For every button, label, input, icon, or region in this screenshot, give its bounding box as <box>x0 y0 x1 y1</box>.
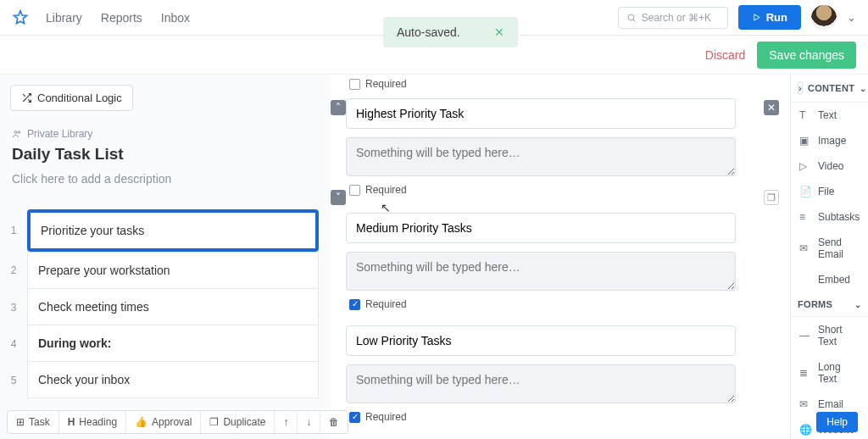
logo-icon <box>12 9 29 26</box>
shuffle-icon <box>21 92 32 103</box>
panel-item-long-text[interactable]: ≣Long Text <box>791 354 868 392</box>
discard-button[interactable]: Discard <box>705 48 745 62</box>
left-column: Conditional Logic Private Library Daily … <box>0 75 331 439</box>
field-textarea[interactable] <box>346 364 736 403</box>
field-title-input[interactable] <box>346 98 736 129</box>
collapse-icon[interactable]: › <box>798 81 803 95</box>
content-header-label: CONTENT <box>808 83 854 93</box>
item-icon: — <box>799 330 811 342</box>
thumbs-up-icon: 👍 <box>135 416 147 428</box>
delete-button[interactable]: 🗑 <box>320 411 348 433</box>
move-down-icon[interactable]: ˅ <box>331 190 346 205</box>
right-panel: › CONTENT ⌄ TText▣Image▷Video📄File≡Subta… <box>790 75 868 439</box>
panel-item-text[interactable]: TText <box>791 103 868 128</box>
move-up-button[interactable]: ↑ <box>275 411 298 433</box>
step-row[interactable]: 5Check your inbox <box>0 362 331 398</box>
required-checkbox[interactable] <box>349 185 360 196</box>
add-task-button[interactable]: ⊞Task <box>8 411 59 433</box>
move-down-button[interactable]: ↓ <box>298 411 320 433</box>
field-textarea[interactable] <box>346 137 736 176</box>
field-title-input[interactable] <box>346 325 736 356</box>
panel-item-file[interactable]: 📄File <box>791 179 868 204</box>
panel-item-send-email[interactable]: ✉Send Email <box>791 230 868 267</box>
item-icon: T <box>799 109 811 121</box>
toast-text: Auto-saved. <box>397 25 460 39</box>
item-label: Video <box>818 160 843 172</box>
avatar[interactable] <box>811 5 837 31</box>
item-label: Embed <box>818 274 850 286</box>
panel-item-short-text[interactable]: —Short Text <box>791 317 868 354</box>
add-heading-button[interactable]: HHeading <box>59 411 126 433</box>
close-icon[interactable]: ✕ <box>764 100 779 115</box>
step-row[interactable]: 4During work: <box>0 325 331 362</box>
chevron-down-icon: ⌄ <box>860 84 866 93</box>
search-placeholder: Search or ⌘+K <box>642 12 711 24</box>
step-number: 4 <box>0 325 27 362</box>
duplicate-icon[interactable]: ❐ <box>764 190 779 205</box>
required-checkbox[interactable] <box>349 79 360 90</box>
nav-reports[interactable]: Reports <box>101 11 142 25</box>
nav-library[interactable]: Library <box>46 11 82 25</box>
item-icon: ≡ <box>799 211 811 223</box>
step-label: Check meeting times <box>27 289 319 325</box>
nav-inbox[interactable]: Inbox <box>161 11 190 25</box>
search-input[interactable]: Search or ⌘+K <box>618 7 728 29</box>
item-icon: 📄 <box>799 186 811 197</box>
field-textarea[interactable] <box>346 252 736 291</box>
add-approval-button[interactable]: 👍Approval <box>126 411 201 433</box>
item-icon <box>799 274 811 286</box>
chevron-down-icon: ⌄ <box>854 300 861 309</box>
item-icon: ▷ <box>799 160 811 172</box>
chevron-down-icon[interactable]: ⌄ <box>847 11 856 24</box>
trash-icon: 🗑 <box>329 416 339 428</box>
item-label: File <box>818 186 834 197</box>
move-up-icon[interactable]: ˄ <box>331 100 346 115</box>
forms-header-label: FORMS <box>798 299 832 309</box>
content-header[interactable]: › CONTENT ⌄ <box>791 75 868 103</box>
svg-point-0 <box>628 14 634 20</box>
required-label: Required <box>365 411 407 423</box>
page-title[interactable]: Daily Task List <box>12 145 319 164</box>
main-nav: Library Reports Inbox <box>46 11 190 25</box>
step-row[interactable]: 1Prioritize your tasks <box>0 209 331 252</box>
required-label: Required <box>365 78 407 90</box>
step-row[interactable]: 3Check meeting times <box>0 289 331 325</box>
panel-item-image[interactable]: ▣Image <box>791 128 868 153</box>
play-icon <box>752 13 761 22</box>
step-label: Prepare your workstation <box>27 252 319 289</box>
step-row[interactable]: 2Prepare your workstation <box>0 252 331 289</box>
svg-point-1 <box>14 131 17 134</box>
panel-item-subtasks[interactable]: ≡Subtasks <box>791 204 868 230</box>
description-placeholder[interactable]: Click here to add a description <box>12 172 319 186</box>
required-label: Required <box>365 184 407 196</box>
field-low: Required <box>346 325 775 423</box>
editor: Required ˄ ✕ Required ˅ ❐ Required <box>331 75 790 439</box>
run-button[interactable]: Run <box>738 5 801 30</box>
field-highest: ˄ ✕ Required ˅ ❐ <box>346 98 775 196</box>
required-checkbox[interactable] <box>349 412 360 423</box>
field-title-input[interactable] <box>346 213 736 243</box>
run-label: Run <box>766 11 787 24</box>
step-number: 3 <box>0 289 27 325</box>
copy-icon: ❐ <box>209 416 219 428</box>
panel-item-embed[interactable]: Embed <box>791 267 868 292</box>
save-button[interactable]: Save changes <box>757 42 856 69</box>
field-medium: Required <box>346 213 775 310</box>
conditional-logic-button[interactable]: Conditional Logic <box>10 85 133 111</box>
step-label: Check your inbox <box>27 362 319 398</box>
required-label: Required <box>365 298 407 310</box>
help-button[interactable]: Help <box>816 412 858 432</box>
forms-header[interactable]: FORMS ⌄ <box>791 292 868 317</box>
item-label: Image <box>818 135 846 147</box>
users-icon <box>12 129 22 139</box>
toast-close-icon[interactable]: ✕ <box>494 25 504 39</box>
panel-item-video[interactable]: ▷Video <box>791 153 868 179</box>
item-icon: 🌐 <box>799 424 811 436</box>
private-label: Private Library <box>27 128 92 140</box>
step-label: Prioritize your tasks <box>27 209 319 252</box>
item-label: Send Email <box>818 236 860 260</box>
required-checkbox[interactable] <box>349 299 360 310</box>
item-label: Text <box>818 109 837 121</box>
private-library[interactable]: Private Library <box>12 128 319 140</box>
duplicate-button[interactable]: ❐Duplicate <box>201 411 275 433</box>
